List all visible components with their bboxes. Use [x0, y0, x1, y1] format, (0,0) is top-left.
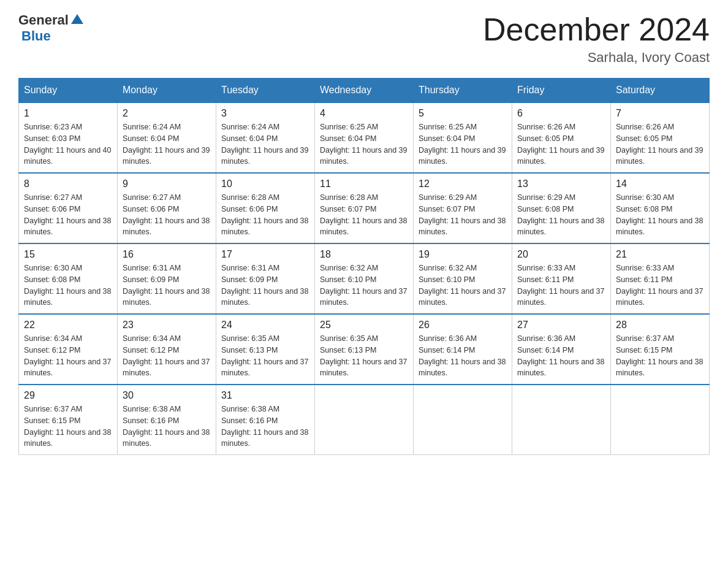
day-number: 16 — [123, 249, 211, 260]
day-number: 31 — [221, 390, 309, 401]
calendar-cell: 4 Sunrise: 6:25 AM Sunset: 6:04 PM Dayli… — [315, 102, 414, 173]
calendar-cell: 20 Sunrise: 6:33 AM Sunset: 6:11 PM Dayl… — [512, 243, 611, 314]
calendar-cell: 1 Sunrise: 6:23 AM Sunset: 6:03 PM Dayli… — [19, 102, 118, 173]
location-text: Sarhala, Ivory Coast — [483, 50, 710, 66]
calendar-cell: 31 Sunrise: 6:38 AM Sunset: 6:16 PM Dayl… — [216, 385, 315, 455]
calendar-table: SundayMondayTuesdayWednesdayThursdayFrid… — [18, 78, 710, 455]
calendar-cell: 23 Sunrise: 6:34 AM Sunset: 6:12 PM Dayl… — [118, 314, 216, 385]
calendar-cell: 18 Sunrise: 6:32 AM Sunset: 6:10 PM Dayl… — [315, 243, 414, 314]
day-number: 6 — [517, 108, 605, 119]
day-info: Sunrise: 6:38 AM Sunset: 6:16 PM Dayligh… — [221, 404, 309, 450]
calendar-cell: 3 Sunrise: 6:24 AM Sunset: 6:04 PM Dayli… — [216, 102, 315, 173]
day-number: 23 — [123, 320, 211, 331]
calendar-cell: 27 Sunrise: 6:36 AM Sunset: 6:14 PM Dayl… — [512, 314, 611, 385]
day-number: 25 — [320, 320, 408, 331]
calendar-cell: 29 Sunrise: 6:37 AM Sunset: 6:15 PM Dayl… — [19, 385, 118, 455]
day-number: 29 — [24, 390, 112, 401]
day-number: 10 — [221, 178, 309, 190]
day-info: Sunrise: 6:30 AM Sunset: 6:08 PM Dayligh… — [24, 262, 112, 308]
day-info: Sunrise: 6:23 AM Sunset: 6:03 PM Dayligh… — [24, 121, 112, 167]
day-number: 21 — [616, 249, 704, 260]
calendar-cell: 15 Sunrise: 6:30 AM Sunset: 6:08 PM Dayl… — [19, 243, 118, 314]
calendar-cell: 30 Sunrise: 6:38 AM Sunset: 6:16 PM Dayl… — [118, 385, 216, 455]
day-info: Sunrise: 6:29 AM Sunset: 6:08 PM Dayligh… — [517, 192, 605, 238]
calendar-cell — [414, 385, 512, 455]
calendar-cell: 13 Sunrise: 6:29 AM Sunset: 6:08 PM Dayl… — [512, 173, 611, 243]
weekday-header-thursday: Thursday — [414, 79, 512, 103]
day-info: Sunrise: 6:25 AM Sunset: 6:04 PM Dayligh… — [320, 121, 408, 167]
day-number: 13 — [517, 178, 605, 190]
calendar-cell: 14 Sunrise: 6:30 AM Sunset: 6:08 PM Dayl… — [611, 173, 710, 243]
calendar-cell: 5 Sunrise: 6:25 AM Sunset: 6:04 PM Dayli… — [414, 102, 512, 173]
day-info: Sunrise: 6:29 AM Sunset: 6:07 PM Dayligh… — [419, 192, 507, 238]
day-info: Sunrise: 6:24 AM Sunset: 6:04 PM Dayligh… — [123, 121, 211, 167]
day-number: 5 — [419, 108, 507, 119]
calendar-cell — [611, 385, 710, 455]
weekday-header-monday: Monday — [118, 79, 216, 103]
day-info: Sunrise: 6:32 AM Sunset: 6:10 PM Dayligh… — [419, 262, 507, 308]
day-info: Sunrise: 6:28 AM Sunset: 6:07 PM Dayligh… — [320, 192, 408, 238]
calendar-cell: 16 Sunrise: 6:31 AM Sunset: 6:09 PM Dayl… — [118, 243, 216, 314]
day-info: Sunrise: 6:28 AM Sunset: 6:06 PM Dayligh… — [221, 192, 309, 238]
day-info: Sunrise: 6:26 AM Sunset: 6:05 PM Dayligh… — [517, 121, 605, 167]
day-info: Sunrise: 6:36 AM Sunset: 6:14 PM Dayligh… — [517, 333, 605, 379]
weekday-header-sunday: Sunday — [19, 79, 118, 103]
weekday-header-friday: Friday — [512, 79, 611, 103]
calendar-cell: 9 Sunrise: 6:27 AM Sunset: 6:06 PM Dayli… — [118, 173, 216, 243]
calendar-cell: 8 Sunrise: 6:27 AM Sunset: 6:06 PM Dayli… — [19, 173, 118, 243]
svg-marker-0 — [71, 14, 83, 24]
title-area: December 2024 Sarhala, Ivory Coast — [483, 12, 710, 66]
day-number: 7 — [616, 108, 704, 119]
calendar-cell: 19 Sunrise: 6:32 AM Sunset: 6:10 PM Dayl… — [414, 243, 512, 314]
day-number: 27 — [517, 320, 605, 331]
day-number: 17 — [221, 249, 309, 260]
day-number: 3 — [221, 108, 309, 119]
day-info: Sunrise: 6:25 AM Sunset: 6:04 PM Dayligh… — [419, 121, 507, 167]
day-number: 28 — [616, 320, 704, 331]
logo-triangle-icon — [70, 13, 83, 26]
calendar-cell: 2 Sunrise: 6:24 AM Sunset: 6:04 PM Dayli… — [118, 102, 216, 173]
day-number: 26 — [419, 320, 507, 331]
day-number: 1 — [24, 108, 112, 119]
calendar-week-row: 1 Sunrise: 6:23 AM Sunset: 6:03 PM Dayli… — [19, 102, 710, 173]
day-number: 2 — [123, 108, 211, 119]
calendar-cell: 26 Sunrise: 6:36 AM Sunset: 6:14 PM Dayl… — [414, 314, 512, 385]
day-number: 24 — [221, 320, 309, 331]
calendar-week-row: 15 Sunrise: 6:30 AM Sunset: 6:08 PM Dayl… — [19, 243, 710, 314]
day-info: Sunrise: 6:31 AM Sunset: 6:09 PM Dayligh… — [123, 262, 211, 308]
calendar-week-row: 8 Sunrise: 6:27 AM Sunset: 6:06 PM Dayli… — [19, 173, 710, 243]
day-number: 14 — [616, 178, 704, 190]
day-number: 18 — [320, 249, 408, 260]
weekday-header-saturday: Saturday — [611, 79, 710, 103]
day-number: 9 — [123, 178, 211, 190]
day-info: Sunrise: 6:34 AM Sunset: 6:12 PM Dayligh… — [123, 333, 211, 379]
logo: General Blue — [18, 12, 83, 44]
day-info: Sunrise: 6:35 AM Sunset: 6:13 PM Dayligh… — [320, 333, 408, 379]
day-info: Sunrise: 6:27 AM Sunset: 6:06 PM Dayligh… — [24, 192, 112, 238]
day-info: Sunrise: 6:26 AM Sunset: 6:05 PM Dayligh… — [616, 121, 704, 167]
day-info: Sunrise: 6:27 AM Sunset: 6:06 PM Dayligh… — [123, 192, 211, 238]
calendar-cell — [315, 385, 414, 455]
day-number: 12 — [419, 178, 507, 190]
day-number: 15 — [24, 249, 112, 260]
day-info: Sunrise: 6:36 AM Sunset: 6:14 PM Dayligh… — [419, 333, 507, 379]
calendar-cell: 11 Sunrise: 6:28 AM Sunset: 6:07 PM Dayl… — [315, 173, 414, 243]
calendar-cell: 12 Sunrise: 6:29 AM Sunset: 6:07 PM Dayl… — [414, 173, 512, 243]
day-info: Sunrise: 6:38 AM Sunset: 6:16 PM Dayligh… — [123, 404, 211, 450]
logo-blue-text: Blue — [21, 28, 51, 44]
day-number: 30 — [123, 390, 211, 401]
day-info: Sunrise: 6:33 AM Sunset: 6:11 PM Dayligh… — [616, 262, 704, 308]
calendar-cell: 21 Sunrise: 6:33 AM Sunset: 6:11 PM Dayl… — [611, 243, 710, 314]
day-number: 20 — [517, 249, 605, 260]
day-info: Sunrise: 6:37 AM Sunset: 6:15 PM Dayligh… — [24, 404, 112, 450]
day-number: 4 — [320, 108, 408, 119]
day-info: Sunrise: 6:32 AM Sunset: 6:10 PM Dayligh… — [320, 262, 408, 308]
day-info: Sunrise: 6:35 AM Sunset: 6:13 PM Dayligh… — [221, 333, 309, 379]
day-info: Sunrise: 6:34 AM Sunset: 6:12 PM Dayligh… — [24, 333, 112, 379]
day-info: Sunrise: 6:24 AM Sunset: 6:04 PM Dayligh… — [221, 121, 309, 167]
weekday-header-wednesday: Wednesday — [315, 79, 414, 103]
calendar-cell: 25 Sunrise: 6:35 AM Sunset: 6:13 PM Dayl… — [315, 314, 414, 385]
day-info: Sunrise: 6:30 AM Sunset: 6:08 PM Dayligh… — [616, 192, 704, 238]
day-number: 11 — [320, 178, 408, 190]
calendar-cell: 6 Sunrise: 6:26 AM Sunset: 6:05 PM Dayli… — [512, 102, 611, 173]
